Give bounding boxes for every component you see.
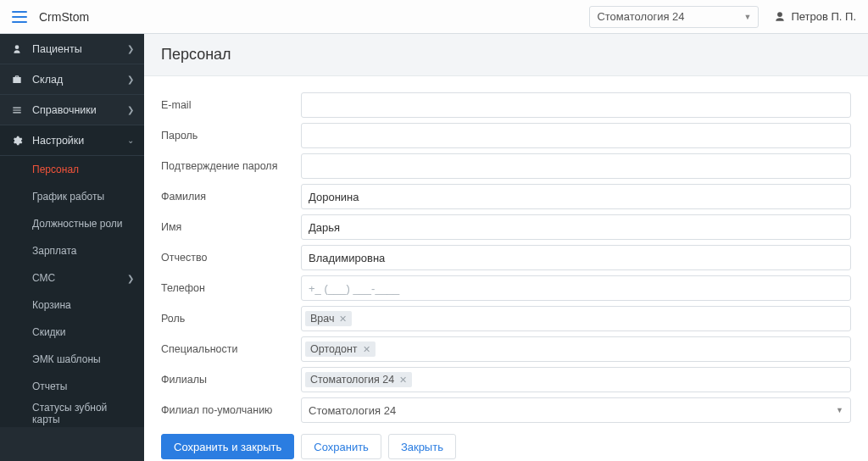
branches-tagbox[interactable]: Стоматология 24✕	[301, 367, 851, 392]
sidebar-sub-discounts[interactable]: Скидки	[0, 319, 144, 346]
default-branch-select[interactable]: Стоматология 24 ▼	[301, 397, 851, 423]
brand: CrmStom	[39, 10, 89, 24]
form-actions: Сохранить и закрыть Сохранить Закрыть	[161, 434, 851, 459]
close-button[interactable]: Закрыть	[388, 434, 456, 459]
sidebar-sub-personnel[interactable]: Персонал	[0, 156, 144, 183]
user-menu[interactable]: Петров П. П.	[774, 10, 856, 23]
chevron-down-icon: ⌄	[127, 136, 134, 145]
sidebar-item-warehouse[interactable]: Склад ❯	[0, 64, 144, 95]
list-icon	[10, 104, 24, 116]
label-phone: Телефон	[161, 282, 301, 294]
sidebar-sub-reports[interactable]: Отчеты	[0, 373, 144, 400]
remove-tag-icon[interactable]: ✕	[363, 344, 370, 355]
user-name: Петров П. П.	[791, 10, 856, 23]
chevron-right-icon: ❯	[127, 105, 134, 114]
page-title: Персонал	[161, 46, 851, 64]
first-name-field[interactable]	[301, 214, 851, 240]
sidebar-sub-trash[interactable]: Корзина	[0, 292, 144, 319]
briefcase-icon	[10, 74, 24, 86]
phone-field[interactable]	[301, 275, 851, 301]
sidebar-item-settings[interactable]: Настройки ⌄	[0, 125, 144, 156]
email-field[interactable]	[301, 92, 851, 118]
chevron-right-icon: ❯	[127, 274, 134, 283]
remove-tag-icon[interactable]: ✕	[399, 375, 407, 386]
main: Персонал E-mail Пароль Подтверждение пар…	[144, 34, 868, 461]
chevron-right-icon: ❯	[127, 44, 134, 53]
form-content: E-mail Пароль Подтверждение пароля Фамил…	[144, 76, 868, 461]
org-selector[interactable]: Стоматология 24 ▼	[589, 6, 759, 28]
specialty-tag: Ортодонт✕	[305, 342, 376, 357]
role-tag: Врач✕	[305, 311, 352, 326]
specialties-tagbox[interactable]: Ортодонт✕	[301, 336, 851, 362]
label-last-name: Фамилия	[161, 191, 301, 203]
users-icon	[10, 43, 24, 55]
page-header: Персонал	[144, 34, 868, 76]
label-first-name: Имя	[161, 221, 301, 233]
remove-tag-icon[interactable]: ✕	[339, 314, 347, 325]
last-name-field[interactable]	[301, 184, 851, 209]
patronymic-field[interactable]	[301, 245, 851, 270]
label-email: E-mail	[161, 99, 301, 111]
password-field[interactable]	[301, 123, 851, 148]
sidebar-sub-tooth-statuses[interactable]: Статусы зубной карты	[0, 400, 144, 427]
sidebar: Пациенты ❯ Склад ❯ Справочники ❯ Настрой…	[0, 34, 144, 461]
sidebar-item-directories[interactable]: Справочники ❯	[0, 95, 144, 125]
org-selected-label: Стоматология 24	[597, 10, 684, 23]
branch-tag: Стоматология 24✕	[305, 372, 412, 387]
user-icon	[774, 11, 786, 23]
caret-down-icon: ▼	[743, 13, 751, 21]
caret-down-icon: ▼	[836, 406, 843, 414]
label-default-branch: Филиал по-умолчанию	[161, 404, 301, 416]
gear-icon	[10, 135, 24, 147]
sidebar-sub-sms[interactable]: СМС❯	[0, 264, 144, 292]
label-password: Пароль	[161, 130, 301, 142]
menu-toggle[interactable]	[12, 11, 27, 23]
password-confirm-field[interactable]	[301, 153, 851, 179]
sidebar-sub-salary[interactable]: Зарплата	[0, 237, 144, 264]
save-and-close-button[interactable]: Сохранить и закрыть	[161, 434, 294, 459]
topbar: CrmStom Стоматология 24 ▼ Петров П. П.	[0, 0, 868, 34]
chevron-right-icon: ❯	[127, 75, 134, 84]
sidebar-sub-roles[interactable]: Должностные роли	[0, 210, 144, 237]
label-role: Роль	[161, 313, 301, 325]
sidebar-item-patients[interactable]: Пациенты ❯	[0, 34, 144, 64]
sidebar-sub-schedule[interactable]: График работы	[0, 183, 144, 210]
save-button[interactable]: Сохранить	[301, 434, 381, 459]
label-specialties: Специальности	[161, 343, 301, 355]
default-branch-value: Стоматология 24	[309, 404, 396, 417]
sidebar-sub-templates[interactable]: ЭМК шаблоны	[0, 346, 144, 373]
label-password-confirm: Подтверждение пароля	[161, 160, 301, 172]
label-patronymic: Отчество	[161, 252, 301, 264]
label-branches: Филиалы	[161, 374, 301, 386]
role-tagbox[interactable]: Врач✕	[301, 306, 851, 331]
